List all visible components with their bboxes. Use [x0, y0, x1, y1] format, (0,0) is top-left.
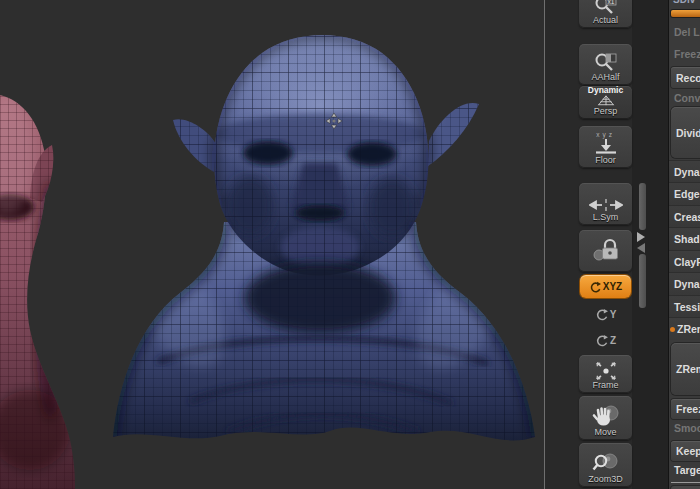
local-pivot-button[interactable]: [579, 230, 632, 272]
smooth-slider: Smooth: [669, 422, 700, 439]
floor-button[interactable]: xyz Floor: [579, 126, 632, 168]
rotate-arrow-icon: [595, 308, 608, 321]
section-dynamesh[interactable]: DynaMesh: [669, 272, 700, 295]
perspective-grid-icon: [594, 95, 618, 106]
floor-label: Floor: [595, 155, 616, 165]
divider-close-arrow[interactable]: [637, 243, 645, 253]
divider-open-arrow[interactable]: [637, 232, 645, 242]
scene: [0, 0, 544, 489]
keepgroups-button[interactable]: KeepGroups: [671, 441, 700, 461]
floor-elevation-icon: [593, 138, 619, 155]
divide-button[interactable]: Divide: [671, 107, 700, 158]
frame-label: Frame: [592, 380, 618, 390]
magnifier-sphere-icon: [592, 452, 620, 474]
sdiv-slider[interactable]: [671, 10, 700, 17]
tray-scrollbar[interactable]: [639, 254, 646, 308]
section-open-dot: [670, 327, 675, 332]
section-dynamic-subdiv[interactable]: Dynamic Subdiv: [669, 160, 700, 182]
move-button[interactable]: Move: [579, 396, 632, 440]
lock-icon: [591, 238, 621, 262]
lsym-button[interactable]: L.Sym: [579, 183, 632, 225]
rotate-y-label: Y: [610, 309, 617, 320]
slider-track-edge: [671, 482, 700, 483]
section-zremesher[interactable]: ZRemesher: [669, 317, 700, 340]
model-red-bust: [0, 80, 90, 489]
del-lower-button: Del Lower: [669, 26, 700, 42]
sdiv-slider-label: SDiv: [673, 0, 695, 5]
zremesher-button[interactable]: ZRemesher: [671, 343, 700, 395]
aahalf-label: AAHalf: [591, 72, 619, 82]
magnifier-x1-icon: x1: [593, 0, 619, 15]
zoom3d-label: Zoom3D: [588, 474, 623, 484]
move-label: Move: [594, 427, 616, 437]
persp-label: Persp: [594, 106, 618, 116]
zoom3d-button[interactable]: Zoom3D: [579, 443, 632, 487]
hand-move-icon: [592, 403, 620, 427]
persp-button[interactable]: Dynamic Persp: [579, 86, 632, 119]
section-shadowbox[interactable]: ShadowBox: [669, 227, 700, 250]
aahalf-button[interactable]: AAHalf: [579, 44, 632, 85]
rotate-z-label: Z: [610, 335, 616, 346]
freeze-subdivision-levels-button: Freeze SubDivision Levels: [669, 48, 700, 64]
local-symmetry-icon: [589, 197, 623, 212]
floor-axes-label: xyz: [596, 131, 615, 138]
lsym-label: L.Sym: [593, 212, 619, 222]
reconstruct-subdiv-button[interactable]: Reconstruct Subdiv: [671, 67, 700, 88]
viewport-canvas[interactable]: [0, 0, 545, 489]
rotate-arrow-icon: [589, 281, 601, 293]
convert-bpr-to-geo-button: Convert BPR To Geo: [669, 92, 700, 108]
rotate-xyz-label: XYZ: [603, 281, 622, 292]
section-tessimate[interactable]: Tessimate: [669, 295, 700, 317]
geometry-panel: SDiv Del Lower Freeze SubDivision Levels…: [668, 0, 700, 489]
svg-text:x1: x1: [607, 0, 614, 5]
actual-label: Actual: [593, 15, 618, 25]
freezeborder-button[interactable]: FreezeBorder: [671, 399, 700, 419]
section-edgeloop[interactable]: EdgeLoop: [669, 182, 700, 205]
zbrush-window: x1 Actual AAHalf Dynamic Persp xyz: [0, 0, 700, 489]
frame-icon: [593, 362, 619, 380]
section-claypolish[interactable]: ClayPolish: [669, 250, 700, 272]
rotate-xyz-button[interactable]: XYZ: [580, 275, 631, 298]
model-blue-bust: [100, 20, 544, 455]
rotate-y-button[interactable]: Y: [579, 302, 632, 327]
magnifier-half-icon: [593, 52, 619, 72]
rotate-arrow-icon: [595, 334, 608, 347]
frame-button[interactable]: Frame: [579, 355, 632, 393]
actual-button[interactable]: x1 Actual: [579, 0, 632, 28]
section-zremesher-label: ZRemesher: [677, 323, 700, 335]
target-polygons-count-slider[interactable]: Target Polygons Count: [669, 464, 700, 480]
section-crease[interactable]: Crease: [669, 205, 700, 227]
tray-scrollbar[interactable]: [639, 183, 646, 230]
dynamic-label: Dynamic: [588, 86, 623, 95]
rotate-z-button[interactable]: Z: [579, 329, 632, 352]
